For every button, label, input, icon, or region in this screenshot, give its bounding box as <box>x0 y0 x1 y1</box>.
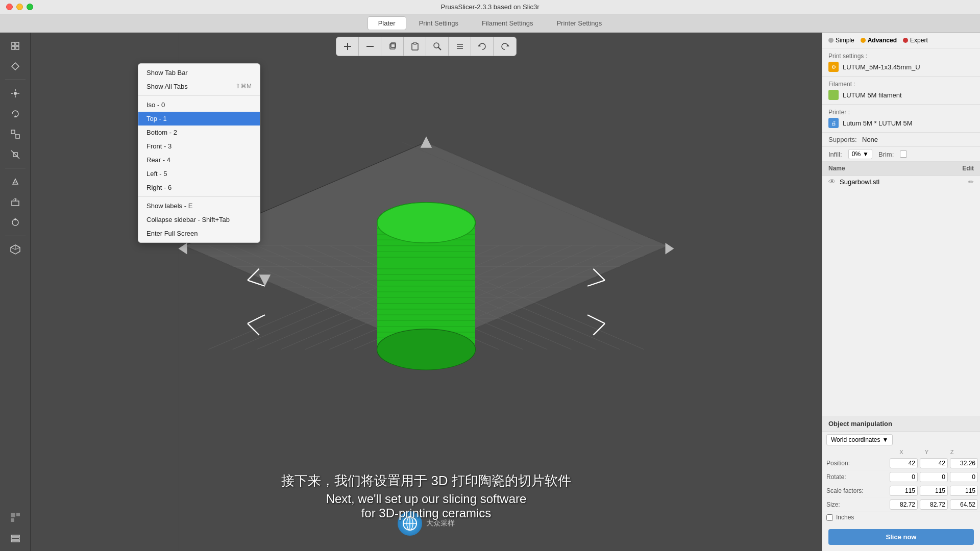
tab-plater[interactable]: Plater <box>368 16 406 30</box>
toolbar-move[interactable] <box>4 84 27 103</box>
vp-undo[interactable] <box>471 37 494 56</box>
rotate-z[interactable] <box>950 472 978 482</box>
brim-label: Brim: <box>878 151 894 158</box>
position-x[interactable] <box>890 458 918 468</box>
svg-line-13 <box>15 134 16 135</box>
name-column-header: Name <box>828 165 962 172</box>
infill-brim-row: Infill: 0% ▼ Brim: <box>822 147 980 162</box>
toolbar-scale[interactable] <box>4 125 27 143</box>
menu-rear[interactable]: Rear - 4 <box>138 153 260 167</box>
viewport-toolbar <box>336 37 517 56</box>
menu-fullscreen[interactable]: Enter Full Screen <box>138 227 260 240</box>
vp-redo[interactable] <box>494 37 516 56</box>
menu-bottom[interactable]: Bottom - 2 <box>138 126 260 139</box>
context-menu[interactable]: Show Tab Bar Show All Tabs ⇧⌘M Iso - 0 T… <box>138 63 260 243</box>
svg-rect-11 <box>11 130 15 134</box>
print-settings-label: Print settings : <box>828 53 974 60</box>
filament-value[interactable]: LUTUM 5M filament <box>828 90 974 100</box>
dot-simple <box>828 38 834 43</box>
vp-copy[interactable] <box>381 37 404 56</box>
toolbar-divider-1 <box>5 80 26 80</box>
title-bar: PrusaSlicer-2.3.3 based on Slic3r <box>0 0 980 14</box>
window-controls[interactable] <box>6 4 33 10</box>
mode-expert[interactable]: Expert <box>903 37 928 44</box>
edit-icon[interactable]: ✏ <box>968 178 974 186</box>
visibility-icon[interactable]: 👁 <box>828 178 836 186</box>
toolbar-layer-view[interactable] <box>4 529 27 547</box>
position-y[interactable] <box>920 458 948 468</box>
scale-x[interactable] <box>890 486 918 496</box>
size-x[interactable] <box>890 499 918 510</box>
toolbar-add[interactable] <box>4 57 27 76</box>
size-z[interactable] <box>950 499 978 510</box>
watermark-logo <box>398 511 422 536</box>
menu-iso[interactable]: Iso - 0 <box>138 98 260 112</box>
menu-right[interactable]: Right - 6 <box>138 181 260 194</box>
rotate-y[interactable] <box>920 472 948 482</box>
slice-button[interactable]: Slice now <box>828 529 974 545</box>
brim-checkbox[interactable] <box>900 151 907 158</box>
world-coords-row: World coordinates ▼ <box>822 432 980 447</box>
size-y[interactable] <box>920 499 948 510</box>
object-list-header: Name Edit <box>822 162 980 176</box>
svg-marker-4 <box>12 63 19 70</box>
position-row: Position: m <box>822 457 980 470</box>
vp-paste[interactable] <box>404 37 426 56</box>
y-header: Y <box>915 449 939 455</box>
tab-filament-settings[interactable]: Filament Settings <box>471 16 544 30</box>
close-button[interactable] <box>6 4 13 10</box>
menu-show-all-tabs[interactable]: Show All Tabs ⇧⌘M <box>138 80 260 93</box>
menu-collapse-sidebar[interactable]: Collapse sidebar - Shift+Tab <box>138 213 260 227</box>
supports-row: Supports: None <box>822 133 980 147</box>
svg-rect-27 <box>11 513 15 517</box>
toolbar-arrange[interactable] <box>4 37 27 55</box>
scale-y[interactable] <box>920 486 948 496</box>
menu-front[interactable]: Front - 3 <box>138 139 260 153</box>
minimize-button[interactable] <box>16 4 23 10</box>
printer-value[interactable]: 🖨 Lutum 5M * LUTUM 5M <box>828 118 974 128</box>
world-coords-dropdown[interactable]: World coordinates ▼ <box>826 434 893 445</box>
x-header: X <box>890 449 913 455</box>
supports-label: Supports: <box>828 136 859 143</box>
tab-bar: Plater Print Settings Filament Settings … <box>0 14 980 33</box>
toolbar-rotate[interactable] <box>4 105 27 123</box>
toolbar-support[interactable] <box>4 193 27 211</box>
maximize-button[interactable] <box>27 4 33 10</box>
vp-add[interactable] <box>336 37 359 56</box>
vp-search[interactable] <box>426 37 449 56</box>
inches-checkbox[interactable] <box>826 514 833 521</box>
position-z[interactable] <box>950 458 978 468</box>
svg-point-119 <box>377 203 475 243</box>
tab-printer-settings[interactable]: Printer Settings <box>546 16 612 30</box>
svg-marker-46 <box>506 44 509 46</box>
viewport[interactable]: Show Tab Bar Show All Tabs ⇧⌘M Iso - 0 T… <box>31 33 822 551</box>
menu-show-tab-bar[interactable]: Show Tab Bar <box>138 66 260 80</box>
menu-left[interactable]: Left - 5 <box>138 167 260 181</box>
toolbar-3d-view[interactable] <box>4 508 27 527</box>
svg-rect-32 <box>11 540 19 542</box>
menu-top[interactable]: Top - 1 <box>138 112 260 126</box>
printer-label: Printer : <box>828 109 974 116</box>
menu-divider-1 <box>138 95 260 96</box>
toolbar-cut[interactable] <box>4 145 27 164</box>
svg-rect-0 <box>12 42 15 45</box>
mode-simple[interactable]: Simple <box>828 37 854 44</box>
vp-minus[interactable] <box>359 37 381 56</box>
svg-rect-30 <box>11 535 19 537</box>
scale-z[interactable] <box>950 486 978 496</box>
svg-rect-2 <box>12 46 15 49</box>
svg-line-41 <box>438 47 441 51</box>
rotate-x[interactable] <box>890 472 918 482</box>
mode-advanced[interactable]: Advanced <box>861 37 897 44</box>
toolbar-cube[interactable] <box>4 240 27 259</box>
print-settings-value[interactable]: ⚙ LUTUM_5M-1x3.45mm_U <box>828 62 974 72</box>
toolbar-seam[interactable] <box>4 213 27 232</box>
menu-show-labels[interactable]: Show labels - E <box>138 199 260 213</box>
tab-print-settings[interactable]: Print Settings <box>408 16 469 30</box>
vp-list[interactable] <box>449 37 471 56</box>
infill-dropdown[interactable]: 0% ▼ <box>848 149 872 159</box>
svg-rect-1 <box>16 42 19 45</box>
svg-line-26 <box>15 247 20 249</box>
object-row-sugarbowl[interactable]: 👁 Sugarbowl.stl ✏ <box>822 176 980 188</box>
toolbar-paint[interactable] <box>4 172 27 191</box>
